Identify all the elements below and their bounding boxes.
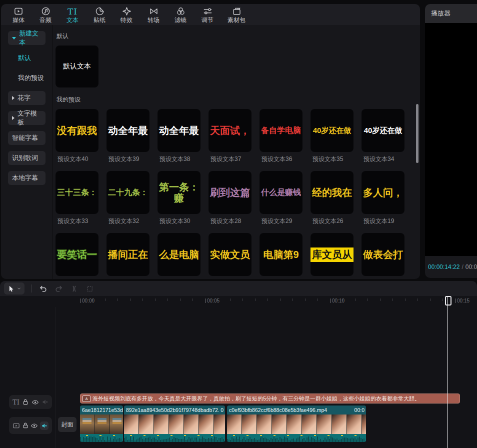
preset-tile[interactable]: 么是电脑 xyxy=(158,233,200,276)
section-header-default: 默认 xyxy=(56,32,420,40)
topbar-tab-effects[interactable]: 特效 xyxy=(113,4,140,25)
video-thumbnail xyxy=(80,414,94,434)
sidebar-item-new-text[interactable]: 新建文本 xyxy=(8,31,46,45)
preset-text: 实做文员 xyxy=(210,248,250,262)
topbar-tab-label: 媒体 xyxy=(12,17,24,23)
strip-bar xyxy=(230,440,231,442)
thumbnail-text-overlay xyxy=(98,418,106,424)
topbar-tab-material-pack[interactable]: 素材包 xyxy=(221,4,252,25)
preset-tile[interactable]: 第一条： 赚 xyxy=(158,171,200,214)
redo-button[interactable] xyxy=(54,284,63,293)
sidebar-item-smart-subtitle[interactable]: 智能字幕 xyxy=(8,131,46,145)
ruler-tick xyxy=(318,298,318,301)
subtitle-marker xyxy=(341,435,343,436)
strip-bar xyxy=(116,440,117,442)
video-clip[interactable]: 892e1aa8943e50d2b91f79748dbadb72.mp40 xyxy=(124,406,225,442)
timeline-ruler[interactable]: 00:0000:0500:1000:15 xyxy=(0,296,477,307)
strip-bar xyxy=(84,438,86,442)
preset-tile[interactable]: 库文员从 xyxy=(310,233,354,276)
strip-bar xyxy=(132,440,132,442)
preset-text: 库文员从 xyxy=(310,248,354,262)
mute-icon[interactable] xyxy=(42,398,48,406)
playhead[interactable] xyxy=(448,296,448,448)
topbar-tab-sticker[interactable]: 贴纸 xyxy=(86,4,113,25)
select-tool-button[interactable] xyxy=(4,282,24,294)
strip-bar xyxy=(252,439,254,442)
strip-bar xyxy=(154,438,155,442)
default-text-tile[interactable]: 默认文本 xyxy=(56,46,98,88)
preset-tile[interactable]: 备自学电脑 xyxy=(260,109,302,152)
topbar-tab-filters[interactable]: 滤镜 xyxy=(167,4,194,25)
preset-tile[interactable]: 实做文员 xyxy=(208,233,252,276)
strip-bar xyxy=(324,438,326,442)
sidebar-item-default[interactable]: 默认 xyxy=(8,51,48,65)
video-clip[interactable]: c0ef93bfb862ccf6b88c08e5b3fae496.mp400:0 xyxy=(227,406,366,442)
default-text-label: 默认文本 xyxy=(63,62,91,71)
strip-bar xyxy=(278,440,279,442)
topbar-tab-media[interactable]: 媒体 xyxy=(5,4,32,25)
strip-bar xyxy=(290,440,291,442)
topbar-tab-label: 转场 xyxy=(148,17,160,23)
undo-button[interactable] xyxy=(39,284,48,293)
ruler-tick xyxy=(418,298,418,301)
preset-tile[interactable]: 电脑第9 xyxy=(260,233,302,276)
topbar-tab-transitions[interactable]: 转场 xyxy=(140,4,167,25)
preset-tile[interactable]: 没有跟我 xyxy=(56,109,98,152)
video-clip[interactable]: 6ae1812171e53dce xyxy=(80,406,123,442)
strip-bar xyxy=(181,439,182,442)
main-panel: 新建文本默认我的预设花字文字模板智能字幕识别歌词本地字幕 默认 默认文本 我的预… xyxy=(1,25,420,279)
strip-bar xyxy=(344,438,345,442)
text-clip[interactable]: A 海外短视频到底有多开放，今天真是大开眼界了，真敢拍，刷了短短的5分钟，有三分… xyxy=(80,394,460,404)
preset-text: 什么是赚钱 xyxy=(261,188,301,198)
sidebar-item-fancy-text[interactable]: 花字 xyxy=(8,91,46,105)
sidebar-item-local-subtitle[interactable]: 本地字幕 xyxy=(8,171,46,185)
subtitle-marker xyxy=(198,435,200,436)
sidebar-item-my-presets[interactable]: 我的预设 xyxy=(8,71,48,85)
sidebar-item-text-template[interactable]: 文字模板 xyxy=(8,111,46,125)
preset-tile[interactable]: 多人问， xyxy=(362,171,404,214)
strip-bar xyxy=(127,440,128,442)
preset-text: 40岁还在做 xyxy=(364,126,402,136)
strip-bar xyxy=(329,439,330,442)
subtitle-marker xyxy=(274,435,276,436)
sidebar-item-lyrics-recognition[interactable]: 识别歌词 xyxy=(8,151,46,165)
strip-bar xyxy=(158,437,160,442)
preset-tile[interactable]: 什么是赚钱 xyxy=(260,171,302,214)
preset-tile[interactable]: 动全年最 xyxy=(158,109,200,152)
topbar-tab-audio[interactable]: 音频 xyxy=(32,4,59,25)
video-thumbnails xyxy=(80,414,123,434)
player-panel: 播放器 00:00:14:22 / 00:0 xyxy=(425,4,477,278)
preset-tile[interactable]: 要笑话一 xyxy=(56,233,98,276)
video-thumbnail xyxy=(302,414,316,434)
video-thumbnail xyxy=(110,414,123,434)
strip-bar xyxy=(145,438,146,442)
preset-tile[interactable]: 刷到这篇 xyxy=(208,171,252,214)
scrollbar-thumb[interactable] xyxy=(416,104,418,163)
strip-bar xyxy=(107,436,108,442)
lock-icon[interactable] xyxy=(22,398,29,406)
preset-tile[interactable]: 动全年最 xyxy=(106,109,150,152)
preset-tile[interactable]: 做表会打 xyxy=(362,233,404,276)
strip-bar xyxy=(362,439,363,442)
preset-tile[interactable]: 天面试， xyxy=(208,109,252,152)
topbar-tab-adjust[interactable]: 调节 xyxy=(194,4,221,25)
preset-tile[interactable]: 40岁还在做 xyxy=(310,109,354,152)
strip-bar xyxy=(276,438,278,442)
strip-bar xyxy=(186,440,186,442)
preset-tile[interactable]: 播间正在 xyxy=(106,233,150,276)
preset-tile[interactable]: 二十九条： xyxy=(106,171,150,214)
preset-text: 多人问， xyxy=(363,186,403,200)
split-button[interactable] xyxy=(70,284,78,293)
eye-icon[interactable] xyxy=(32,398,39,406)
playhead-handle[interactable] xyxy=(445,296,452,306)
strip-bar xyxy=(311,437,312,442)
strip-bar xyxy=(204,438,204,442)
strip-bar xyxy=(178,439,179,442)
subtitle-marker xyxy=(157,435,159,436)
preset-tile[interactable]: 经的我在 xyxy=(310,171,354,214)
topbar-tab-text[interactable]: TI文本 xyxy=(59,4,86,25)
preset-tile[interactable]: 40岁还在做 xyxy=(362,109,404,152)
delete-frame-button[interactable] xyxy=(86,284,94,293)
strip-bar xyxy=(174,437,174,442)
preset-tile[interactable]: 三十三条： xyxy=(56,171,98,214)
